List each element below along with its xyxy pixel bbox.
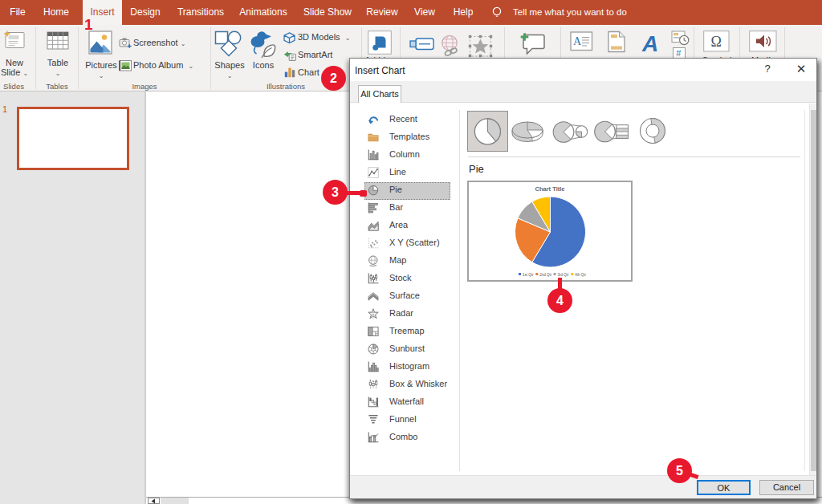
svg-text:3rd Qtr: 3rd Qtr	[558, 273, 570, 277]
svg-text:A: A	[641, 32, 658, 54]
svg-text:2nd Qtr: 2nd Qtr	[539, 273, 552, 277]
svg-text:4th Qtr: 4th Qtr	[575, 273, 586, 277]
svg-text:#: #	[676, 48, 682, 58]
svg-text:1st Qtr: 1st Qtr	[523, 273, 534, 277]
svg-text:A: A	[573, 35, 582, 47]
svg-text:Ω: Ω	[711, 34, 722, 50]
